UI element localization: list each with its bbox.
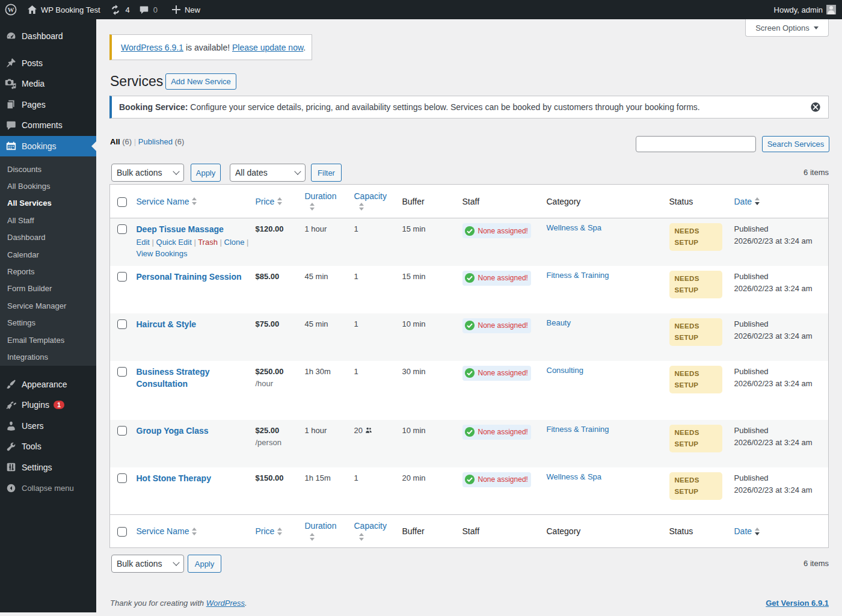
svg-text:W: W	[8, 6, 14, 13]
